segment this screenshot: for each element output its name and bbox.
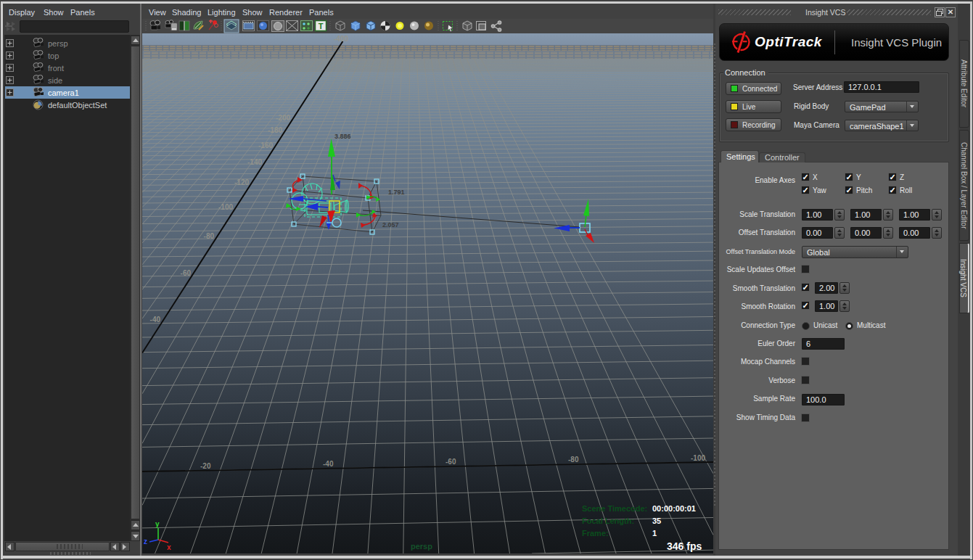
svg-text:T: T — [319, 22, 324, 30]
svg-text:-120: -120 — [234, 178, 249, 186]
svg-text:2.057: 2.057 — [382, 221, 399, 228]
svg-text:1.791: 1.791 — [388, 189, 405, 196]
svg-text:-40: -40 — [323, 460, 334, 468]
svg-text:-40: -40 — [150, 316, 161, 324]
svg-text:-100: -100 — [218, 203, 233, 211]
svg-text:-60: -60 — [181, 269, 192, 277]
svg-text:-180: -180 — [268, 126, 282, 134]
svg-text:x: x — [167, 543, 171, 551]
svg-text:-60: -60 — [446, 458, 456, 466]
svg-text:-20: -20 — [200, 462, 211, 470]
svg-text:-160: -160 — [258, 141, 273, 149]
svg-text:-80: -80 — [568, 456, 579, 464]
svg-text:-200: -200 — [276, 114, 290, 122]
svg-text:3.886: 3.886 — [334, 133, 351, 140]
svg-text:-140: -140 — [247, 158, 262, 166]
svg-text:z: z — [144, 538, 147, 545]
svg-text:-400: -400 — [334, 35, 348, 43]
svg-text:-80: -80 — [204, 232, 215, 240]
svg-text:y: y — [155, 520, 160, 528]
svg-text:-100: -100 — [691, 454, 705, 462]
